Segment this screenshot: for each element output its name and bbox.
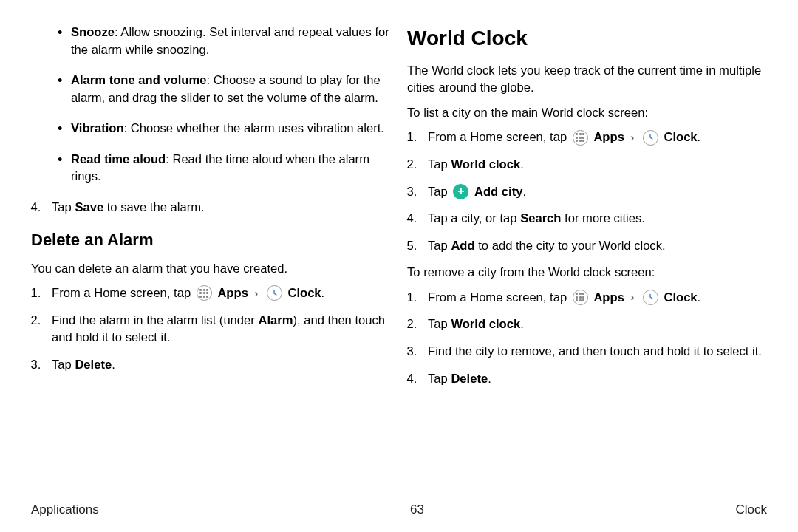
text: . [520, 317, 524, 331]
text: Tap [428, 372, 451, 386]
page-footer: Applications 63 Clock [31, 502, 767, 517]
term: Snooze [71, 25, 115, 39]
term: Read time aloud [71, 152, 166, 166]
alarm-options-list: Snooze: Allow snoozing. Set interval and… [31, 24, 391, 185]
apps-label: Apps [593, 130, 624, 144]
apps-label: Apps [593, 290, 624, 304]
world-clock-remove-steps: From a Home screen, tap Apps › Clock. Ta… [407, 289, 767, 387]
text: From a Home screen, tap [428, 130, 570, 144]
world-clock-label: World clock [451, 317, 520, 331]
rm-step-1: From a Home screen, tap Apps › Clock. [420, 289, 767, 307]
del-step-3: Tap Delete. [44, 356, 391, 374]
delete-label: Delete [75, 358, 112, 372]
footer-page-number: 63 [410, 502, 424, 517]
del-step-2: Find the alarm in the alarm list (under … [44, 312, 391, 347]
clock-label: Clock [664, 130, 697, 144]
clock-icon [643, 290, 658, 305]
text: . [112, 358, 115, 372]
delete-label: Delete [451, 372, 488, 386]
chevron-right-icon: › [630, 290, 634, 305]
clock-label: Clock [287, 286, 321, 300]
alarm-label: Alarm [258, 313, 293, 327]
search-label: Search [520, 211, 561, 225]
wc-step-5: Tap Add to add the city to your World cl… [420, 237, 767, 255]
world-clock-intro: The World clock lets you keep track of t… [407, 62, 767, 97]
add-label: Add [451, 239, 474, 253]
wc-step-4: Tap a city, or tap Search for more citie… [420, 210, 767, 228]
text: Tap [428, 157, 451, 171]
text: . [522, 185, 526, 199]
clock-label: Clock [664, 290, 697, 304]
option-alarm-tone: Alarm tone and volume: Choose a sound to… [58, 72, 391, 106]
rm-step-4: Tap Delete. [420, 370, 767, 388]
footer-right: Clock [735, 502, 767, 517]
option-read-aloud: Read time aloud: Read the time aloud whe… [58, 151, 391, 185]
world-clock-heading: World Clock [407, 24, 767, 53]
world-clock-remove-intro: To remove a city from the World clock sc… [407, 264, 767, 282]
world-clock-add-steps: From a Home screen, tap Apps › Clock. Ta… [407, 129, 767, 254]
del-step-1: From a Home screen, tap Apps › Clock. [44, 284, 391, 302]
left-column: Snooze: Allow snoozing. Set interval and… [31, 24, 391, 499]
two-column-layout: Snooze: Allow snoozing. Set interval and… [31, 24, 767, 499]
chevron-right-icon: › [254, 287, 258, 301]
wc-step-2: Tap World clock. [420, 156, 767, 174]
delete-alarm-intro: You can delete an alarm that you have cr… [31, 260, 391, 278]
text: From a Home screen, tap [428, 290, 570, 304]
footer-left: Applications [31, 502, 99, 517]
option-snooze: Snooze: Allow snoozing. Set interval and… [58, 24, 391, 58]
option-vibration: Vibration: Choose whether the alarm uses… [58, 120, 391, 137]
wc-step-3: Tap + Add city. [420, 183, 767, 201]
right-column: World Clock The World clock lets you kee… [407, 24, 767, 499]
step-save: Tap Save to save the alarm. [44, 199, 391, 216]
text: Tap [428, 185, 451, 199]
term: Alarm tone and volume [71, 73, 207, 87]
save-label: Save [75, 200, 103, 214]
apps-icon [573, 290, 588, 305]
delete-alarm-heading: Delete an Alarm [31, 228, 391, 251]
text: Tap a city, or tap [428, 211, 520, 225]
desc: : Choose whether the alarm uses vibratio… [124, 121, 384, 135]
text: From a Home screen, tap [52, 286, 194, 300]
text: Tap [428, 317, 451, 331]
text: Tap [428, 239, 451, 253]
world-clock-label: World clock [451, 157, 520, 171]
text: Tap [52, 358, 75, 372]
chevron-right-icon: › [630, 131, 634, 146]
apps-icon [573, 130, 588, 146]
world-clock-list-intro: To list a city on the main World clock s… [407, 104, 767, 122]
text: to save the alarm. [103, 200, 205, 214]
text: for more cities. [561, 211, 644, 225]
delete-alarm-steps: From a Home screen, tap Apps › Clock. Fi… [31, 284, 391, 373]
clock-icon [643, 130, 658, 146]
wc-step-1: From a Home screen, tap Apps › Clock. [420, 129, 767, 146]
add-city-label: Add city [474, 185, 522, 199]
apps-icon [197, 285, 212, 301]
term: Vibration [71, 121, 124, 135]
text: . [520, 157, 524, 171]
text: Tap [52, 200, 75, 214]
text: . [488, 372, 491, 386]
apps-label: Apps [217, 286, 248, 300]
manual-page: Snooze: Allow snoozing. Set interval and… [0, 0, 798, 532]
add-icon: + [453, 184, 468, 200]
text: to add the city to your World clock. [475, 239, 666, 253]
clock-icon [267, 285, 282, 301]
rm-step-3: Find the city to remove, and then touch … [420, 343, 767, 361]
save-alarm-steps: Tap Save to save the alarm. [31, 199, 391, 216]
desc: : Allow snoozing. Set interval and repea… [71, 25, 389, 57]
rm-step-2: Tap World clock. [420, 316, 767, 333]
text: Find the alarm in the alarm list (under [52, 313, 258, 327]
